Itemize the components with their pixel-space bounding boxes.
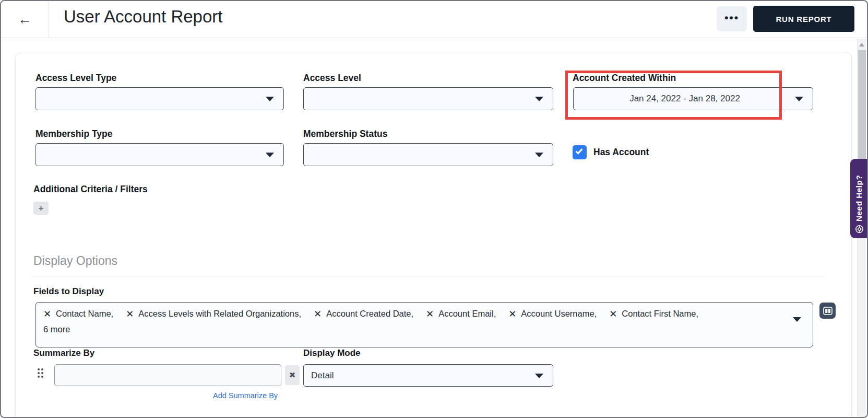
access-level-label: Access Level: [303, 73, 361, 84]
columns-icon: [823, 307, 833, 315]
remove-field-icon[interactable]: ✕: [426, 309, 434, 319]
additional-criteria-label: Additional Criteria / Filters: [33, 184, 148, 195]
remove-field-icon[interactable]: ✕: [126, 309, 134, 319]
access-level-type-select[interactable]: [35, 87, 284, 110]
account-created-within-value: Jan 24, 2022 - Jan 28, 2022: [574, 94, 813, 104]
field-chip: ✕ Account Email,: [426, 309, 496, 319]
display-mode-label: Display Mode: [303, 348, 361, 358]
remove-field-icon[interactable]: ✕: [43, 309, 51, 319]
fields-to-display-label: Fields to Display: [33, 286, 104, 297]
clear-x-icon: ✖: [289, 370, 296, 380]
page-title: User Account Report: [64, 7, 222, 27]
help-lifebuoy-icon: [855, 225, 864, 234]
field-chip: ✕ Contact First Name,: [609, 309, 698, 319]
remove-field-icon[interactable]: ✕: [508, 309, 516, 319]
drag-handle-icon[interactable]: [38, 368, 43, 378]
plus-icon: +: [39, 204, 44, 213]
checkmark-icon: [576, 147, 583, 154]
add-summarize-by-link[interactable]: Add Summarize By: [213, 391, 278, 400]
field-chip: ✕ Account Created Date,: [314, 309, 413, 319]
chevron-down-icon: [535, 97, 543, 101]
chevron-down-icon: [795, 97, 803, 101]
display-options-heading: Display Options: [33, 254, 117, 268]
field-chip-label: Account Email,: [438, 309, 496, 319]
summarize-by-input[interactable]: [54, 364, 281, 386]
display-mode-value: Detail: [304, 370, 553, 381]
account-created-within-select[interactable]: Jan 24, 2022 - Jan 28, 2022: [573, 87, 813, 110]
chevron-down-icon: [535, 153, 543, 157]
top-bar: ← User Account Report ••• RUN REPORT: [1, 1, 867, 38]
fields-overflow-count: 6 more: [43, 324, 781, 334]
field-chip: ✕ Account Username,: [508, 309, 597, 319]
more-options-icon: •••: [724, 12, 739, 26]
add-filter-button[interactable]: +: [33, 202, 49, 215]
need-help-tab[interactable]: Need Help?: [850, 159, 868, 238]
chevron-down-icon: [266, 97, 274, 101]
chevron-down-icon: [793, 317, 801, 322]
has-account-label: Has Account: [593, 147, 649, 158]
clear-summarize-button[interactable]: ✖: [285, 365, 300, 385]
access-level-type-label: Access Level Type: [35, 73, 116, 84]
account-created-within-label: Account Created Within: [573, 73, 676, 84]
fields-to-display-multiselect[interactable]: ✕ Contact Name, ✕ Access Levels with Rel…: [35, 302, 813, 347]
more-options-button[interactable]: •••: [717, 6, 747, 31]
selected-fields-row: ✕ Contact Name, ✕ Access Levels with Rel…: [43, 309, 781, 319]
back-arrow-icon: ←: [18, 12, 32, 27]
field-chip: ✕ Contact Name,: [43, 309, 113, 319]
membership-type-select[interactable]: [35, 143, 284, 166]
field-chip-label: Account Created Date,: [326, 309, 413, 319]
field-chip: ✕ Access Levels with Related Organizatio…: [126, 309, 301, 319]
remove-field-icon[interactable]: ✕: [609, 309, 617, 319]
membership-type-label: Membership Type: [35, 129, 113, 140]
field-chip-label: Account Username,: [521, 309, 597, 319]
field-chip-label: Access Levels with Related Organizations…: [138, 309, 301, 319]
remove-field-icon[interactable]: ✕: [314, 309, 322, 319]
summarize-by-label: Summarize By: [33, 348, 94, 358]
scroll-up-arrow-icon[interactable]: [859, 43, 864, 47]
back-button[interactable]: ←: [1, 1, 49, 38]
has-account-checkbox[interactable]: [573, 145, 587, 159]
need-help-label: Need Help?: [854, 165, 864, 222]
field-chip-label: Contact First Name,: [622, 309, 698, 319]
vertical-scrollbar-thumb[interactable]: [858, 50, 866, 163]
display-mode-select[interactable]: Detail: [303, 364, 553, 387]
membership-status-label: Membership Status: [303, 129, 387, 140]
run-report-button[interactable]: RUN REPORT: [753, 6, 854, 32]
section-divider: [31, 276, 825, 276]
chevron-down-icon: [266, 153, 274, 157]
access-level-select[interactable]: [303, 87, 553, 110]
chevron-down-icon: [535, 374, 543, 378]
column-picker-button[interactable]: [819, 303, 836, 319]
membership-status-select[interactable]: [303, 143, 553, 166]
field-chip-label: Contact Name,: [56, 309, 113, 319]
